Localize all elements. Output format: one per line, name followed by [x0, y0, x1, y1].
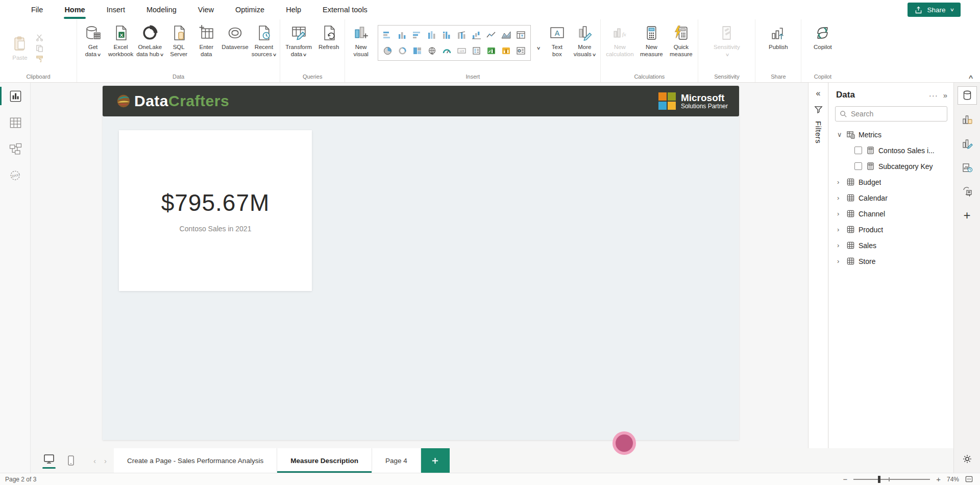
tree-item-sales[interactable]: › Sales — [829, 237, 953, 253]
new-page-button[interactable] — [421, 448, 450, 473]
gallery-expand-chevron[interactable]: ∨ — [533, 45, 543, 51]
gallery-key-influencers-icon[interactable] — [513, 43, 528, 59]
chevron-right-icon[interactable]: › — [837, 257, 846, 265]
chevron-right-icon[interactable]: › — [837, 226, 846, 233]
gallery-python-visual-icon[interactable] — [499, 43, 513, 59]
page-tab-measure-description[interactable]: Measure Description — [277, 448, 372, 473]
gallery-line-chart-icon[interactable] — [484, 27, 499, 43]
report-page[interactable]: DataCrafters Microsoft Solutions Partner… — [103, 86, 739, 440]
chevron-right-icon[interactable]: › — [837, 194, 846, 202]
tree-item-store[interactable]: › Store — [829, 253, 953, 269]
new-calculation-button[interactable]: fx New calculation — [603, 22, 636, 58]
tree-item-calendar[interactable]: › Calendar — [829, 190, 953, 206]
tree-item-contoso-sales[interactable]: Contoso Sales i... — [829, 142, 953, 158]
menu-view[interactable]: View — [187, 0, 225, 19]
sql-server-button[interactable]: SQL Server — [165, 22, 192, 58]
report-canvas[interactable]: DataCrafters Microsoft Solutions Partner… — [31, 83, 808, 448]
gallery-pie-chart-icon[interactable] — [380, 43, 395, 59]
menu-home[interactable]: Home — [54, 0, 95, 19]
gallery-stacked-bar-chart-icon[interactable] — [380, 27, 395, 43]
desktop-layout-button[interactable] — [42, 453, 56, 469]
tree-item-product[interactable]: › Product — [829, 222, 953, 237]
sensitivity-button[interactable]: Sensitivity ∨ — [712, 22, 742, 58]
gallery-stacked-column-chart-icon[interactable] — [395, 27, 410, 43]
gallery-gauge-icon[interactable] — [439, 43, 454, 59]
format-painter-icon[interactable] — [36, 55, 43, 63]
tree-item-channel[interactable]: › Channel — [829, 206, 953, 222]
dax-query-view-button[interactable]: DAX — [0, 162, 31, 189]
refresh-button[interactable]: Refresh — [315, 22, 342, 51]
excel-workbook-button[interactable]: X Excel workbook — [107, 22, 135, 58]
tree-item-metrics[interactable]: ∨ Metrics — [829, 127, 953, 142]
data-search-box[interactable] — [835, 106, 947, 122]
format-pane-button[interactable] — [958, 135, 976, 152]
collapse-ribbon-chevron[interactable]: ∧ — [968, 74, 974, 80]
page-tab-sales-performance[interactable]: Create a Page - Sales Performance Analys… — [114, 448, 277, 473]
copy-icon[interactable] — [36, 44, 43, 52]
gallery-waterfall-chart-icon[interactable] — [469, 27, 484, 43]
tree-item-budget[interactable]: › Budget — [829, 174, 953, 190]
sync-slicers-pane-button[interactable] — [958, 183, 976, 200]
scroll-tabs-left-chevron[interactable]: ‹ — [93, 456, 96, 465]
analytics-pane-button[interactable] — [958, 159, 976, 176]
dataverse-button[interactable]: Dataverse — [220, 22, 250, 51]
menu-file[interactable]: File — [20, 0, 54, 19]
checkbox[interactable] — [854, 162, 862, 170]
publish-button[interactable]: Publish — [765, 22, 792, 51]
chevron-down-icon[interactable]: ∨ — [837, 131, 846, 138]
fit-to-page-button[interactable] — [965, 475, 973, 483]
menu-external-tools[interactable]: External tools — [312, 0, 378, 19]
text-box-button[interactable]: A Text box — [543, 22, 571, 58]
menu-help[interactable]: Help — [275, 0, 312, 19]
scroll-tabs-right-chevron[interactable]: › — [104, 456, 107, 465]
page-tab-page4[interactable]: Page 4 — [372, 448, 421, 473]
menu-optimize[interactable]: Optimize — [225, 0, 275, 19]
card-visual[interactable]: $795.67M Contoso Sales in 2021 — [119, 130, 312, 291]
gallery-clustered-bar-chart-icon[interactable] — [410, 27, 425, 43]
more-visuals-button[interactable]: More visuals∨ — [571, 22, 598, 58]
gallery-area-chart-icon[interactable] — [499, 27, 513, 43]
mobile-layout-button[interactable] — [65, 454, 77, 467]
gallery-slicer-icon[interactable] — [469, 43, 484, 59]
gallery-clustered-column-chart-icon[interactable] — [425, 27, 439, 43]
get-data-button[interactable]: Get data∨ — [79, 22, 107, 58]
checkbox[interactable] — [854, 147, 862, 154]
onelake-data-hub-button[interactable]: OneLake data hub∨ — [135, 22, 165, 58]
chevron-right-icon[interactable]: › — [837, 241, 846, 249]
settings-button[interactable] — [958, 450, 976, 468]
gallery-map-icon[interactable] — [425, 43, 439, 59]
filter-funnel-icon[interactable] — [814, 105, 823, 114]
data-pane-switch-button[interactable] — [958, 87, 976, 104]
quick-measure-button[interactable]: Quick measure — [666, 22, 696, 58]
gallery-100-stacked-bar-chart-icon[interactable] — [439, 27, 454, 43]
gallery-card-icon[interactable]: 123 — [454, 43, 469, 59]
zoom-out-button[interactable]: − — [843, 475, 847, 483]
gallery-donut-chart-icon[interactable] — [395, 43, 410, 59]
enter-data-button[interactable]: Enter data — [192, 22, 220, 58]
chevron-right-icon[interactable]: › — [837, 210, 846, 217]
expand-filters-chevron[interactable]: « — [816, 89, 821, 98]
filters-pane-title[interactable]: Filters — [814, 121, 823, 143]
transform-data-button[interactable]: Transform data∨ — [282, 22, 315, 58]
new-measure-button[interactable]: New measure — [636, 22, 666, 58]
tree-item-subcategory-key[interactable]: Subcategory Key — [829, 158, 953, 174]
copilot-button[interactable]: Copilot — [809, 22, 837, 51]
search-input[interactable] — [851, 110, 943, 118]
recent-sources-button[interactable]: Recent sources∨ — [250, 22, 278, 58]
report-view-button[interactable] — [0, 83, 31, 109]
gallery-ribbon-chart-icon[interactable] — [454, 27, 469, 43]
share-button[interactable]: Share ∨ — [908, 3, 961, 17]
table-view-button[interactable] — [0, 109, 31, 136]
build-visual-pane-button[interactable] — [958, 111, 976, 128]
chevron-right-icon[interactable]: › — [837, 178, 846, 186]
zoom-in-button[interactable]: + — [936, 475, 941, 483]
add-pane-button[interactable]: + — [958, 207, 976, 224]
gallery-r-script-visual-icon[interactable] — [484, 43, 499, 59]
zoom-slider[interactable] — [853, 479, 930, 480]
gallery-treemap-icon[interactable] — [410, 43, 425, 59]
more-options-icon[interactable]: ··· — [924, 91, 943, 100]
new-visual-button[interactable]: New visual — [347, 22, 375, 58]
gallery-paginated-report-icon[interactable] — [513, 27, 528, 43]
paste-button[interactable]: Paste — [6, 33, 34, 62]
menu-modeling[interactable]: Modeling — [136, 0, 187, 19]
